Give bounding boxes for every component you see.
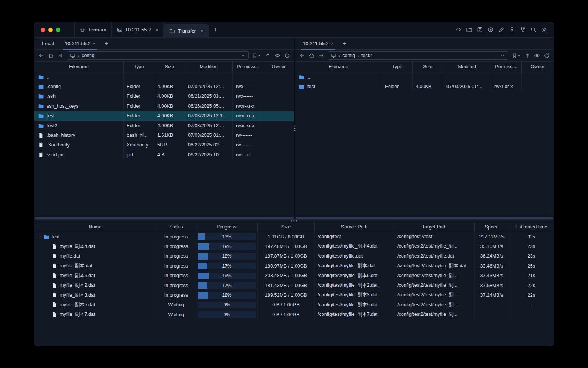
file-row-.ssh[interactable]: .sshFolder4.00KB06/21/2025 03:...rwx----… [34, 92, 294, 101]
transfer-row-myfile-5.dat[interactable]: myfile_副本5.datWaiting0%0 B / 1.00GB/conf… [34, 300, 554, 310]
key-icon[interactable] [509, 26, 515, 33]
eye-icon[interactable] [534, 53, 540, 59]
eye-icon[interactable] [274, 53, 281, 59]
column-header-permissi...[interactable]: Permissi... [233, 62, 263, 72]
vertical-splitter[interactable] [294, 38, 295, 219]
column-header-owner[interactable]: Owner [263, 62, 294, 72]
home-icon[interactable] [48, 53, 54, 59]
column-header-modified[interactable]: Modified [443, 62, 491, 72]
modified-cell [185, 72, 233, 82]
column-header-size[interactable]: Size [413, 62, 443, 72]
minimize-window-button[interactable] [48, 28, 53, 32]
pane-tab-10.211.55.2[interactable]: 10.211.55.2× [59, 38, 101, 49]
file-row-ssh-host-keys[interactable]: ssh_host_keysFolder4.00KB06/26/2025 05:.… [34, 101, 294, 111]
expand-icon[interactable] [37, 235, 41, 239]
transfer-row-myfile-3.dat[interactable]: myfile_副本3.datIn progress18%189.52MB / 1… [34, 290, 554, 300]
window-tab-transfer[interactable]: Transfer× [164, 24, 209, 37]
file-row-test[interactable]: testFolder4.00KB07/03/2025 01:...rwxr-xr… [295, 82, 554, 91]
back-icon[interactable] [299, 53, 305, 59]
new-pane-tab-button[interactable]: + [339, 38, 350, 49]
new-window-tab-button[interactable]: + [209, 26, 222, 34]
column-header-speed[interactable]: Speed [475, 222, 509, 232]
column-header-filename[interactable]: Filename [34, 62, 124, 72]
column-header-status[interactable]: Status [156, 222, 196, 232]
up-icon[interactable] [524, 53, 531, 59]
pane-tab-10.211.55.2[interactable]: 10.211.55.2× [297, 38, 339, 49]
column-header-filename[interactable]: Filename [295, 62, 382, 72]
home-icon[interactable] [309, 53, 315, 59]
close-tab-icon[interactable]: × [93, 41, 96, 46]
file-row-.bash-history[interactable]: .bash_historybash_hi...1.61KB07/03/2025 … [34, 130, 294, 140]
file-row-.xauthority[interactable]: .XauthorityXauthority58 B06/22/2025 02:.… [34, 140, 294, 150]
refresh-icon[interactable] [284, 53, 290, 59]
transfer-row-myfile.dat[interactable]: myfile.datIn progress18%187.87MB / 1.00G… [34, 251, 554, 261]
file-row-..[interactable]: .. [295, 72, 554, 82]
transfer-row-myfile-6.dat[interactable]: myfile_副本6.datIn progress19%203.48MB / 1… [34, 271, 554, 281]
back-icon[interactable] [38, 53, 44, 59]
bookmark-button[interactable] [252, 53, 261, 58]
file-row-..[interactable]: .. [34, 72, 294, 82]
modified-cell: 07/03/2025 01:... [185, 130, 233, 140]
folder-icon[interactable] [466, 26, 472, 33]
column-header-source-path[interactable]: Source Path [315, 222, 394, 232]
filename-cell: test [34, 111, 124, 121]
breadcrumb-segment[interactable]: config [342, 53, 355, 58]
horizontal-splitter[interactable] [34, 219, 554, 222]
titlebar[interactable]: Termora10.211.55.2×Transfer× + [34, 22, 554, 38]
column-header-type[interactable]: Type [382, 62, 413, 72]
close-tab-icon[interactable]: × [331, 41, 334, 46]
column-header-progress[interactable]: Progress [196, 222, 258, 232]
path-breadcrumb[interactable]: ›config›test2 [328, 51, 508, 60]
gear-icon[interactable] [541, 26, 547, 33]
close-tab-icon[interactable]: × [201, 28, 204, 33]
branch-icon[interactable] [519, 26, 526, 33]
forward-icon[interactable] [57, 53, 64, 59]
horizontal-scrollbar[interactable] [34, 217, 294, 219]
scrollbar-thumb[interactable] [296, 217, 553, 219]
splitter-grip-icon[interactable] [291, 220, 297, 222]
record-icon[interactable] [487, 26, 494, 33]
path-breadcrumb[interactable]: ›config [67, 51, 249, 60]
window-tab-termora[interactable]: Termora [74, 22, 112, 37]
file-row-sshd.pid[interactable]: sshd.pidpid4 B06/22/2025 10:...rw-r--r-- [34, 150, 294, 159]
search-icon[interactable] [530, 26, 537, 33]
code-icon[interactable] [455, 26, 462, 33]
up-icon[interactable] [265, 53, 271, 59]
splitter-grip-icon[interactable] [294, 126, 295, 131]
scrollbar-thumb[interactable] [35, 217, 294, 219]
transfer-row-myfile-7.dat[interactable]: myfile_副本7.datWaiting0%0 B / 1.00GB/conf… [34, 310, 554, 319]
column-header-name[interactable]: Name [34, 222, 156, 232]
transfer-row-myfile-.dat[interactable]: myfile_副本.datIn progress17%180.97MB / 1.… [34, 261, 554, 271]
horizontal-scrollbar[interactable] [295, 217, 554, 219]
column-header-owner[interactable]: Owner [522, 62, 554, 72]
column-header-type[interactable]: Type [124, 62, 154, 72]
refresh-icon[interactable] [544, 53, 550, 59]
forward-icon[interactable] [318, 53, 324, 59]
column-header-estimated-time[interactable]: Estimated time [509, 222, 554, 232]
pane-tab-local[interactable]: Local [37, 38, 59, 49]
column-header-size[interactable]: Size [154, 62, 185, 72]
close-window-button[interactable] [41, 28, 45, 32]
chevron-down-icon[interactable] [240, 53, 246, 58]
close-tab-icon[interactable]: × [155, 27, 158, 32]
transfer-row-myfile-2.dat[interactable]: myfile_副本2.datIn progress17%181.43MB / 1… [34, 281, 554, 290]
column-header-size[interactable]: Size [258, 222, 315, 232]
file-row-test[interactable]: testFolder4.00KB07/03/2025 12:1...rwxr-x… [34, 111, 294, 121]
transfer-row-test[interactable]: testIn progress13%1.11GB / 8.00GB/config… [34, 232, 554, 242]
file-row-.config[interactable]: .configFolder4.00KB07/02/2025 12:...rwx-… [34, 82, 294, 91]
window-tab-10.211.55.2[interactable]: 10.211.55.2× [112, 22, 164, 37]
breadcrumb-segment[interactable]: test2 [361, 53, 372, 58]
chevron-down-icon[interactable] [500, 53, 505, 58]
new-pane-tab-button[interactable]: + [101, 38, 112, 49]
notebook-icon[interactable] [477, 26, 483, 33]
column-header-modified[interactable]: Modified [185, 62, 233, 72]
column-header-permissi...[interactable]: Permissi... [491, 62, 522, 72]
pencil-icon[interactable] [498, 26, 505, 33]
zoom-window-button[interactable] [56, 28, 60, 32]
column-header-target-path[interactable]: Target Path [394, 222, 475, 232]
bookmark-button[interactable] [512, 53, 521, 58]
folder-icon [169, 28, 175, 34]
file-row-test2[interactable]: test2Folder4.00KB07/03/2025 12:...rwxr-x… [34, 121, 294, 130]
transfer-row-myfile-4.dat[interactable]: myfile_副本4.datIn progress19%197.48MB / 1… [34, 242, 554, 251]
breadcrumb-segment[interactable]: config [82, 53, 94, 58]
